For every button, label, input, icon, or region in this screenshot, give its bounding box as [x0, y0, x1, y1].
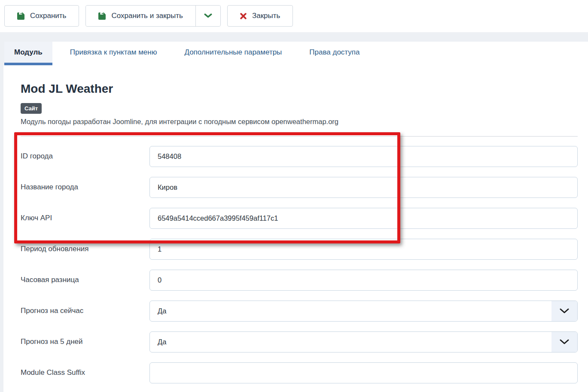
save-close-button-group: Сохранить и закрыть: [85, 5, 220, 27]
chevron-down-icon: [204, 13, 212, 18]
close-x-icon: [240, 13, 247, 19]
input-city-id[interactable]: [149, 146, 578, 167]
close-button-label: Закрыть: [252, 12, 280, 20]
tab-bar: Модуль Привязка к пунктам меню Дополните…: [4, 42, 588, 65]
field-label-api-key: Ключ API: [21, 214, 149, 222]
field-row-city-name: Название города: [21, 177, 578, 198]
field-row-module-class-suffix: Module Class Suffix: [21, 362, 578, 383]
subheader: Модуль Привязка к пунктам меню Дополните…: [0, 32, 588, 65]
divider: [21, 136, 578, 137]
input-api-key[interactable]: [149, 208, 578, 229]
save-icon: [17, 12, 24, 20]
tab-menu-assignment[interactable]: Привязка к пунктам меню: [60, 42, 167, 65]
chevron-down-icon: [551, 332, 577, 352]
page-title: Mod JL Weather: [21, 82, 578, 96]
save-button-label: Сохранить: [30, 12, 66, 20]
input-hour-offset[interactable]: [149, 270, 578, 291]
field-row-update-period: Период обновления: [21, 239, 578, 260]
save-close-button[interactable]: Сохранить и закрыть: [86, 6, 195, 26]
field-label-module-class-suffix: Module Class Suffix: [21, 368, 149, 377]
tab-permissions[interactable]: Права доступа: [299, 42, 369, 65]
field-row-hour-offset: Часовая разница: [21, 270, 578, 291]
toolbar: Сохранить Сохранить и закрыть: [0, 0, 588, 32]
tab-advanced[interactable]: Дополнительные параметры: [174, 42, 292, 65]
chevron-down-icon: [551, 301, 577, 321]
save-close-button-label: Сохранить и закрыть: [111, 12, 183, 20]
field-row-forecast-5days: Прогноз на 5 дней Да: [21, 331, 578, 352]
close-button[interactable]: Закрыть: [227, 5, 293, 27]
field-label-forecast-5days: Прогноз на 5 дней: [21, 337, 149, 346]
input-city-name[interactable]: [149, 177, 578, 198]
input-update-period[interactable]: [149, 239, 578, 260]
save-options-dropdown-toggle[interactable]: [195, 6, 220, 26]
field-row-city-id: ID города: [21, 146, 578, 167]
field-label-city-id: ID города: [21, 152, 149, 161]
module-edit-panel: Mod JL Weather Сайт Модуль погоды разраб…: [3, 65, 588, 392]
input-module-class-suffix[interactable]: [149, 362, 578, 383]
module-form: ID города Название города Ключ API Перио…: [21, 146, 578, 383]
module-description: Модуль погоды разработан Joomline, для и…: [21, 118, 578, 126]
select-forecast-5days[interactable]: Да: [149, 331, 578, 352]
field-row-forecast-now: Прогноз на сейчас Да: [21, 301, 578, 322]
field-label-city-name: Название города: [21, 183, 149, 191]
field-row-api-key: Ключ API: [21, 208, 578, 229]
field-label-hour-offset: Часовая разница: [21, 276, 149, 284]
select-forecast-now[interactable]: Да: [149, 301, 578, 322]
site-badge: Сайт: [21, 103, 42, 114]
save-icon: [98, 12, 106, 20]
field-label-update-period: Период обновления: [21, 245, 149, 253]
field-label-forecast-now: Прогноз на сейчас: [21, 307, 149, 315]
save-button[interactable]: Сохранить: [4, 5, 79, 27]
tab-module[interactable]: Модуль: [4, 42, 52, 65]
